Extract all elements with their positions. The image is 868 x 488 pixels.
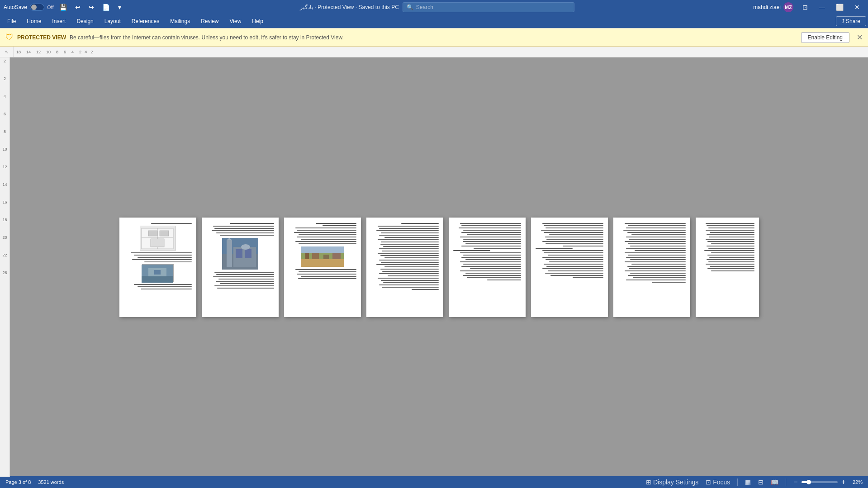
zoom-slider[interactable]	[802, 481, 838, 483]
display-settings-icon: ⊞	[646, 479, 651, 486]
svg-rect-19	[301, 259, 344, 267]
document-area	[10, 57, 868, 477]
zoom-out-button[interactable]: −	[792, 478, 799, 486]
page-thumbnail-4[interactable]	[366, 218, 443, 317]
menu-review[interactable]: Review	[195, 16, 224, 26]
title-bar: AutoSave Off 💾 ↩ ↪ 📄 ▾ بادگیر · Protecte…	[0, 0, 868, 14]
user-avatar: MZ	[783, 2, 793, 12]
vertical-ruler: ↖	[0, 47, 14, 57]
page-thumbnail-1[interactable]	[119, 218, 196, 317]
open-file-button[interactable]: 📄	[100, 3, 113, 11]
print-layout-button[interactable]: ▦	[743, 478, 753, 487]
layout-options-button[interactable]: ⊡	[798, 2, 812, 12]
display-settings-button[interactable]: ⊞ Display Settings	[644, 478, 700, 487]
share-button[interactable]: ⤴ Share	[836, 16, 866, 26]
close-button[interactable]: ✕	[850, 2, 864, 12]
pages-row	[119, 218, 759, 317]
menu-view[interactable]: View	[224, 16, 247, 26]
left-ruler-6: 6	[4, 112, 6, 116]
ruler-mark-4: 4	[69, 47, 76, 57]
left-ruler-26: 26	[2, 271, 7, 275]
user-name: mahdi ziaei	[753, 4, 781, 10]
titlebar-right: mahdi ziaei MZ ⊡ — ⬜ ✕	[750, 1, 864, 13]
svg-rect-16	[245, 249, 251, 258]
page-info: Page 3 of 8	[5, 479, 31, 485]
menu-layout[interactable]: Layout	[99, 16, 126, 26]
left-ruler-4: 4	[4, 95, 6, 99]
protected-view-bar: 🛡 PROTECTED VIEW Be careful—files from t…	[0, 28, 868, 47]
focus-button[interactable]: ⊡ Focus	[704, 478, 732, 487]
left-ruler-18: 18	[2, 218, 7, 222]
save-button[interactable]: 💾	[57, 3, 70, 11]
search-icon: 🔍	[407, 4, 413, 10]
left-ruler-8: 8	[4, 130, 6, 134]
ruler-mark-8: 8	[53, 47, 61, 57]
svg-rect-25	[301, 246, 344, 253]
close-protected-bar-button[interactable]: ✕	[857, 33, 863, 42]
redo-button[interactable]: ↪	[86, 3, 97, 11]
zoom-in-button[interactable]: +	[840, 478, 847, 486]
enable-editing-button[interactable]: Enable Editing	[801, 32, 849, 43]
shield-icon: 🛡	[5, 33, 14, 42]
ribbon: File Home Insert Design Layout Reference…	[0, 14, 868, 28]
page-thumbnail-7[interactable]	[613, 218, 690, 317]
left-ruler: 2 2 4 6 8 10 12 14 16 18 20 22 26	[0, 57, 10, 477]
titlebar-left: AutoSave Off 💾 ↩ ↪ 📄 ▾	[4, 3, 124, 11]
share-icon: ⤴	[842, 18, 844, 24]
svg-rect-12	[227, 240, 232, 267]
menu-insert[interactable]: Insert	[47, 16, 71, 26]
read-mode-button[interactable]: 📖	[769, 478, 780, 487]
menu-mailings[interactable]: Mailings	[165, 16, 195, 26]
left-ruler-14: 14	[2, 183, 7, 187]
menu-references[interactable]: References	[126, 16, 165, 26]
autosave-state-label: Off	[47, 5, 53, 10]
page-5-content	[449, 218, 526, 317]
svg-rect-23	[323, 255, 329, 259]
menu-home[interactable]: Home	[21, 16, 47, 26]
web-layout-button[interactable]: ⊟	[756, 478, 765, 487]
svg-rect-4	[160, 231, 169, 236]
user-initials: MZ	[785, 5, 792, 10]
page-thumbnail-2[interactable]	[202, 218, 279, 317]
page-3-content	[284, 218, 361, 317]
undo-button[interactable]: ↩	[72, 3, 83, 11]
zoom-bar-handle[interactable]	[806, 480, 811, 484]
left-ruler-2: 2	[4, 59, 6, 63]
zoom-area: − + 22%	[792, 478, 863, 486]
search-input[interactable]	[416, 4, 570, 10]
svg-rect-9	[154, 270, 161, 275]
svg-rect-7	[142, 276, 173, 283]
menu-help[interactable]: Help	[247, 16, 269, 26]
protected-message: Be careful—files from the Internet can c…	[70, 34, 797, 41]
page-8-content	[696, 218, 759, 317]
svg-point-17	[241, 244, 250, 250]
customize-qat-button[interactable]: ▾	[115, 3, 124, 11]
status-divider-1	[737, 479, 738, 486]
word-count: 3521 words	[38, 479, 64, 485]
horizontal-ruler-marks: 18 14 12 10 8 6 4 2 ✕ 2	[14, 47, 95, 57]
page-6-content	[531, 218, 608, 317]
svg-rect-15	[236, 249, 242, 258]
page-thumbnail-3[interactable]	[284, 218, 361, 317]
page-thumbnail-6[interactable]	[531, 218, 608, 317]
svg-rect-3	[148, 231, 157, 236]
page-7-content	[613, 218, 690, 317]
ruler-mark-18: 18	[14, 47, 24, 57]
ruler-corner-indicator: ↖	[5, 50, 9, 54]
user-info[interactable]: mahdi ziaei MZ	[750, 1, 796, 13]
maximize-button[interactable]: ⬜	[831, 2, 848, 12]
left-ruler-10: 10	[2, 147, 7, 152]
minimize-button[interactable]: —	[814, 2, 830, 12]
ruler-mark-14: 14	[24, 47, 33, 57]
menu-design[interactable]: Design	[71, 16, 99, 26]
search-box[interactable]: 🔍	[403, 2, 574, 12]
menu-file[interactable]: File	[2, 16, 21, 26]
page-thumbnail-5[interactable]	[449, 218, 526, 317]
document-title: بادگیر · Protected View · Saved to this …	[300, 4, 399, 10]
ruler-x-mark: ✕	[84, 50, 88, 54]
svg-rect-5	[151, 239, 164, 247]
autosave-toggle[interactable]	[30, 4, 44, 11]
page-thumbnail-8[interactable]	[696, 218, 759, 317]
focus-icon: ⊡	[706, 479, 711, 486]
autosave-label: AutoSave	[4, 4, 27, 10]
